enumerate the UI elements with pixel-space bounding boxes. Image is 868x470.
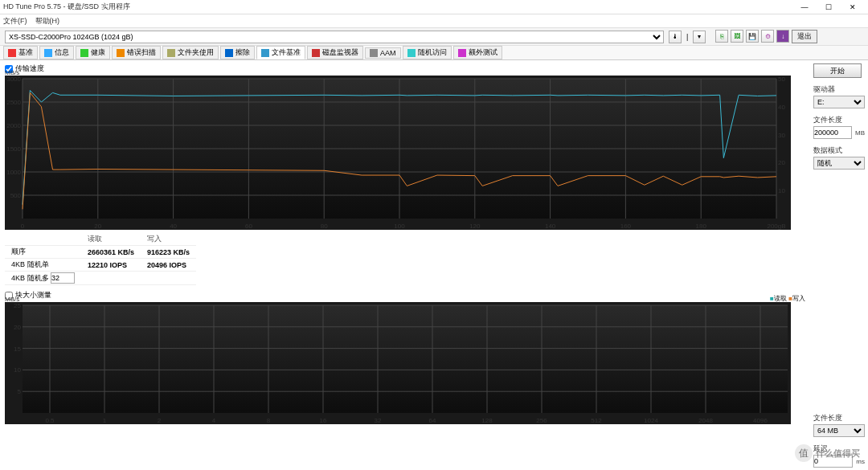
block-size-checkbox-label[interactable]: 块大小测量 — [5, 290, 807, 300]
tab-extra-tests[interactable]: 额外测试 — [453, 46, 502, 59]
queue-depth-spinner[interactable] — [51, 272, 75, 284]
error-scan-icon — [117, 49, 125, 57]
chart2-legend: ■读取 ■写入 — [770, 294, 805, 303]
temp-dropdown-icon[interactable]: ▾ — [693, 31, 706, 43]
tab-health[interactable]: 健康 — [76, 46, 110, 59]
info-icon — [44, 49, 52, 57]
tab-file-benchmark[interactable]: 文件基准 — [256, 46, 305, 59]
folder-icon — [167, 49, 175, 57]
extra-icon — [458, 49, 466, 57]
table-row: 4KB 随机单 12210 IOPS 20496 IOPS — [5, 259, 196, 272]
tab-aam[interactable]: AAM — [365, 47, 401, 59]
block-size-chart-box: 块大小测量 MB/s ■读取 ■写入 — [5, 290, 807, 424]
y-unit-label: MB/s — [5, 69, 19, 76]
tab-info[interactable]: 信息 — [39, 46, 74, 59]
filelen2-select[interactable]: 64 MB — [813, 424, 865, 437]
tab-bar: 基准 信息 健康 错误扫描 文件夹使用 擦除 文件基准 磁盘监视器 AAM 随机… — [0, 46, 868, 60]
tab-benchmark[interactable]: 基准 — [3, 46, 38, 59]
filelen-label: 文件长度 — [813, 115, 865, 125]
start-button[interactable]: 开始 — [813, 63, 862, 78]
tab-random-access[interactable]: 随机访问 — [403, 46, 452, 59]
device-bar: XS-SSD-C2000Pro 1024GB (1024 gB) 🌡 | ▾ ⎘… — [0, 27, 868, 46]
close-button[interactable]: ✕ — [841, 1, 865, 14]
menu-bar: 文件(F) 帮助(H) — [0, 14, 868, 27]
right-panel: 开始 驱动器 E: 文件长度 MB 数据模式 随机 文件长度 64 MB 延迟 … — [812, 60, 868, 470]
benchmark-icon — [8, 49, 16, 57]
delay-label: 延迟 — [813, 443, 865, 454]
temp-separator: | — [686, 33, 688, 41]
save-icon[interactable]: 💾 — [746, 30, 759, 43]
filelen-input[interactable] — [813, 126, 852, 139]
transfer-speed-chart-box: 传输速度 MB/s — [5, 63, 807, 230]
temperature-icon[interactable]: 🌡 — [669, 31, 682, 43]
erase-icon — [225, 49, 233, 57]
refresh-icon[interactable]: ↓ — [776, 30, 789, 43]
table-row: 4KB 随机多 — [5, 272, 196, 285]
delay-input[interactable] — [813, 455, 853, 468]
tab-folder-usage[interactable]: 文件夹使用 — [162, 46, 219, 59]
drive-select[interactable]: E: — [813, 96, 865, 108]
maximize-button[interactable]: ☐ — [817, 1, 841, 14]
settings-icon[interactable]: ⚙ — [761, 30, 774, 43]
pattern-label: 数据模式 — [813, 145, 865, 156]
tab-erase[interactable]: 擦除 — [220, 46, 255, 59]
table-header-row: 读取 写入 — [5, 233, 196, 246]
copy-icon[interactable]: ⎘ — [715, 30, 728, 43]
results-table: 读取 写入 顺序 2660361 KB/s 916223 KB/s 4KB 随机… — [5, 233, 196, 285]
tab-disk-monitor[interactable]: 磁盘监视器 — [307, 46, 363, 59]
title-bar: HD Tune Pro 5.75 - 硬盘/SSD 实用程序 — ☐ ✕ — [0, 0, 868, 14]
aam-icon — [370, 49, 378, 57]
drive-label: 驱动器 — [813, 84, 865, 95]
device-select[interactable]: XS-SSD-C2000Pro 1024GB (1024 gB) — [5, 31, 664, 43]
table-row: 顺序 2660361 KB/s 916223 KB/s — [5, 246, 196, 259]
menu-file[interactable]: 文件(F) — [3, 16, 27, 27]
screenshot-icon[interactable]: 🖼 — [731, 30, 743, 43]
health-icon — [80, 49, 88, 57]
monitor-icon — [312, 49, 320, 57]
pattern-select[interactable]: 随机 — [813, 157, 865, 170]
random-icon — [407, 49, 416, 57]
transfer-speed-chart — [5, 76, 791, 230]
file-bench-icon — [261, 49, 269, 57]
filelen2-label: 文件长度 — [813, 413, 865, 423]
transfer-speed-checkbox-label[interactable]: 传输速度 — [5, 63, 807, 74]
block-size-chart — [5, 302, 791, 424]
y-unit-label-2: MB/s — [5, 296, 19, 303]
minimize-button[interactable]: — — [792, 1, 817, 14]
window-title: HD Tune Pro 5.75 - 硬盘/SSD 实用程序 — [3, 2, 792, 12]
tab-error-scan[interactable]: 错误扫描 — [112, 46, 161, 59]
exit-button[interactable]: 退出 — [792, 30, 817, 43]
menu-help[interactable]: 帮助(H) — [35, 16, 60, 27]
